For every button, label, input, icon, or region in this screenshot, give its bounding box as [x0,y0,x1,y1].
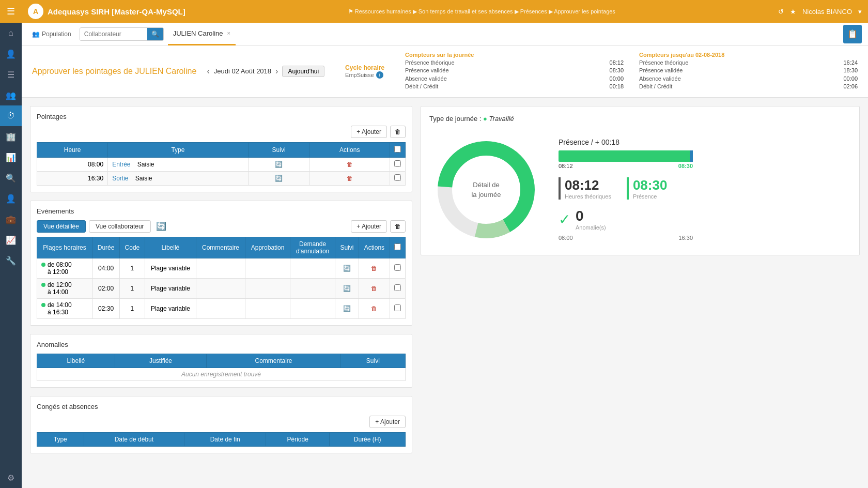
ev-suivi-2: 🔄 [335,278,359,298]
sidebar-item-group[interactable]: 👥 [0,85,22,105]
cycle-label: Cycle horaire [345,64,384,71]
ev-check-1 [390,258,406,278]
counter-absence-validee: Absence validée 00:00 [405,75,624,83]
pointage-type-link-1[interactable]: Entrée [112,161,130,168]
pointages-delete-button[interactable]: 🗑 [390,126,406,138]
population-nav[interactable]: 👥 Population [28,28,75,40]
plage-dot-3 [41,303,45,307]
pointages-section: Pointages + Ajouter 🗑 Heure Type Suivi A… [30,106,412,192]
pointages-toolbar: + Ajouter 🗑 [37,126,406,138]
ev-trash-1[interactable]: 🗑 [371,265,377,272]
evenements-table: Plages horaires Durée Code Libellé Comme… [37,237,406,319]
sidebar-item-settings[interactable]: ⚙ [0,467,22,488]
right-panel: Type de journée : ● Travaillé [421,106,860,480]
total-absence-validee: Absence validée 00:00 [639,75,858,83]
conges-table: Type Date de début Date de fin Période D… [37,432,406,447]
sync-icon-2[interactable]: 🔄 [275,175,283,182]
ev-plage-2: de 12:00à 14:00 [37,278,92,298]
sync-icon-1[interactable]: 🔄 [275,161,283,168]
user-caret[interactable]: ▾ [858,8,862,16]
pointages-select-all[interactable] [394,146,401,152]
group-icon: 👥 [6,90,16,100]
counter-label-3: Absence validée [405,75,447,83]
vue-detaillee-button[interactable]: Vue détaillée [37,220,86,233]
pointage-type-link-2[interactable]: Sortie [112,175,128,182]
breadcrumb-sep-3: ▶ [549,8,554,14]
donut-section: Détail de la journée Présence / + 00:18 [429,133,851,247]
list-icon: ☰ [7,70,14,80]
conges-add-button[interactable]: + Ajouter [369,416,406,428]
ev-actions-2: 🗑 [359,278,390,298]
evenements-add-button[interactable]: + Ajouter [351,220,387,233]
total-counters: Compteurs jusqu'au 02-08-2018 Présence t… [639,52,858,91]
hours-theorique-value: 08:12 [565,177,611,193]
next-date-button[interactable]: › [275,67,278,76]
ev-trash-3[interactable]: 🗑 [371,305,377,312]
sidebar-item-briefcase[interactable]: 💼 [0,209,22,230]
ev-sync-1[interactable]: 🔄 [343,265,351,272]
right-action-icon[interactable]: 📋 [843,25,862,43]
ev-duree-2: 02:00 [92,278,120,298]
info-icon[interactable]: i [376,71,383,79]
ev-sync-3[interactable]: 🔄 [343,305,351,312]
cycle-block: Cycle horaire EmpSuisse i [345,64,384,79]
day-type: Type de journée : ● Travaillé [429,115,851,123]
evenements-title: Evénements [37,207,406,215]
today-button[interactable]: Aujourd'hui [282,66,324,77]
topbar: A Adequasys SIRH [Master-QA-MySQL] ⚑ Res… [22,0,868,23]
prev-date-button[interactable]: ‹ [207,67,209,76]
sidebar-hamburger[interactable]: ☰ [0,0,22,23]
sidebar-item-person[interactable]: 👤 [0,43,22,64]
sidebar-item-users[interactable]: 👤 [0,188,22,209]
ev-checkbox-3[interactable] [394,304,401,311]
ev-check-3 [390,298,406,318]
pointages-col-actions: Actions [309,142,390,157]
sidebar-item-home[interactable]: ⌂ [0,23,22,43]
evenements-refresh-icon[interactable]: 🔄 [156,221,166,231]
time-labels: 08:00 16:30 [559,235,693,241]
counter-presence-theorique: Présence théorique 08:12 [405,59,624,67]
ev-col-suivi: Suivi [335,237,359,258]
search-input[interactable] [80,28,147,40]
trash-icon-2[interactable]: 🗑 [347,175,353,182]
ev-plage-3: de 14:00à 16:30 [37,298,92,318]
sidebar-item-analytics[interactable]: 📈 [0,230,22,250]
total-label-1: Présence théorique [639,59,688,67]
ev-checkbox-1[interactable] [394,264,401,271]
time-start: 08:00 [559,235,573,241]
vue-collaborateur-button[interactable]: Vue collaborateur [89,220,151,233]
ev-col-check [390,237,406,258]
cycle-value: EmpSuisse i [345,71,383,79]
pointages-add-button[interactable]: + Ajouter [351,126,387,138]
sidebar-item-list[interactable]: ☰ [0,64,22,85]
ev-select-all[interactable] [394,243,401,250]
pointage-checkbox-2[interactable] [394,174,401,181]
ev-checkbox-2[interactable] [394,284,401,291]
evenements-section: Evénements Vue détaillée Vue collaborate… [30,201,412,326]
pointage-checkbox-1[interactable] [394,160,401,167]
an-col-commentaire: Commentaire [207,354,340,368]
star-icon[interactable]: ★ [790,8,796,16]
evenements-delete-button[interactable]: 🗑 [390,220,406,233]
ev-trash-2[interactable]: 🗑 [371,285,377,292]
pointages-col-type: Type [108,142,249,157]
collaborateur-tab[interactable]: JULIEN Caroline × [168,23,236,45]
tab-close-button[interactable]: × [227,30,230,36]
hamburger-icon: ☰ [7,6,15,17]
history-icon[interactable]: ↺ [778,8,784,16]
sidebar-item-tools[interactable]: 🔧 [0,250,22,271]
ev-approbation-2 [245,278,290,298]
ev-col-plages: Plages horaires [37,237,92,258]
sidebar-item-org[interactable]: 🏢 [0,126,22,147]
trash-icon-1[interactable]: 🗑 [347,161,353,168]
ev-sync-2[interactable]: 🔄 [343,285,351,292]
sidebar-item-chart[interactable]: 📊 [0,147,22,167]
ev-col-code: Code [120,237,145,258]
search-button[interactable]: 🔍 [147,28,163,40]
sidebar-item-search[interactable]: 🔍 [0,167,22,188]
table-row: 16:30 Sortie Saisie 🔄 🗑 [37,171,406,185]
pointages-col-check [390,142,406,157]
pointage-heure-2: 16:30 [37,171,108,185]
ev-actions-3: 🗑 [359,298,390,318]
sidebar-item-attendance[interactable]: ⏱ [0,105,22,126]
